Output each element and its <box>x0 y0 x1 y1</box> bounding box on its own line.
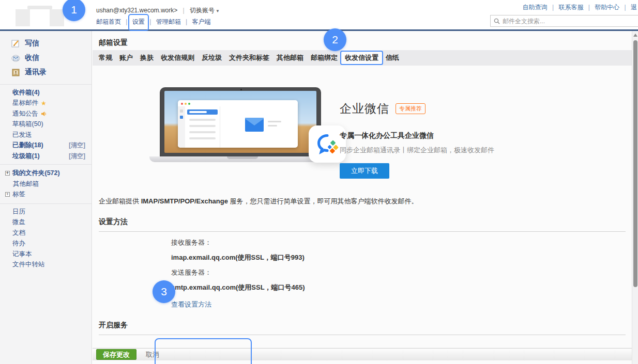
top-header: ushan@xty321.wecom.work> | 切换账号▼ 邮箱首页 | … <box>0 0 638 29</box>
promo-description: 同步企业邮箱通讯录丨绑定企业邮箱，极速收发邮件 <box>340 146 494 155</box>
tab-account[interactable]: 账户 <box>116 50 136 66</box>
receive-server-value: imap.exmail.qq.com(使用SSL，端口号993) <box>171 253 632 262</box>
nav-mail-home[interactable]: 邮箱首页 <box>96 18 121 25</box>
tab-folders-tags[interactable]: 文件夹和标签 <box>225 50 273 66</box>
mail-search-box[interactable] <box>490 15 638 27</box>
promo-headline: 专属一体化办公工具企业微信 <box>340 131 494 140</box>
server-settings: 接收服务器： imap.exmail.qq.com(使用SSL，端口号993) … <box>171 238 632 309</box>
sidebar-item-inbox[interactable]: 收件箱(4) <box>0 87 92 98</box>
vertical-scrollbar[interactable] <box>632 31 638 364</box>
contacts-icon <box>11 68 20 77</box>
speaker-icon <box>41 111 47 117</box>
expand-icon[interactable]: + <box>5 171 10 176</box>
scroll-up-arrow[interactable] <box>633 34 637 37</box>
service-intro: 企业邮箱提供 IMAP/SMTP/POP/Exchange 服务，您只需进行简单… <box>99 197 632 206</box>
star-icon: ★ <box>41 100 47 107</box>
sidebar-divider <box>0 84 92 85</box>
envelope-graphic <box>245 118 264 133</box>
account-line: ushan@xty321.wecom.work> | 切换账号▼ <box>96 6 220 15</box>
envelope-icon <box>11 54 20 62</box>
link-contact-support[interactable]: 联系客服 <box>558 4 583 11</box>
cancel-button[interactable]: 取消 <box>146 350 159 359</box>
logo-placeholder <box>16 9 30 26</box>
settings-tabbar: 常规 账户 换肤 收发信规则 反垃圾 文件夹和标签 其他邮箱 邮箱绑定 收发信设… <box>93 50 632 66</box>
sidebar-divider <box>0 203 92 204</box>
logo-placeholder <box>50 9 64 26</box>
section-setup-method: 设置方法 <box>99 217 626 232</box>
account-email: ushan@xty321.wecom.work> <box>96 7 177 14</box>
tab-other-mailboxes[interactable]: 其他邮箱 <box>273 50 307 66</box>
link-self-query[interactable]: 自助查询 <box>523 4 548 11</box>
recommend-badge: 专属推荐 <box>396 103 426 114</box>
header-nav: 邮箱首页 | 设置 | 管理邮箱 | 客户端 <box>96 18 210 26</box>
bottom-action-bar: 保存更改 取消 <box>93 348 632 360</box>
view-setup-link[interactable]: 查看设置方法 <box>171 300 211 309</box>
chevron-down-icon[interactable]: ▼ <box>216 9 220 13</box>
nav-client[interactable]: 客户端 <box>192 18 210 25</box>
scrollbar-thumb[interactable] <box>633 40 637 287</box>
sidebar-item-sent[interactable]: 已发送 <box>0 130 92 140</box>
tab-stationery[interactable]: 信纸 <box>382 50 403 66</box>
search-input[interactable] <box>503 18 621 25</box>
tab-skin[interactable]: 换肤 <box>136 50 157 66</box>
sidebar-item-deleted[interactable]: 已删除(18) [清空] <box>0 140 92 151</box>
section-enable-services: 开启服务 <box>99 321 626 335</box>
receive-mail-button[interactable]: 收信 <box>0 51 92 65</box>
sidebar-item-docs[interactable]: 文档 <box>0 228 92 239</box>
tab-send-receive-settings[interactable]: 收发信设置 <box>341 50 382 66</box>
sidebar-item-drive[interactable]: 微盘 <box>0 217 92 228</box>
send-server-label: 发送服务器： <box>171 268 632 277</box>
sidebar-divider <box>0 164 92 165</box>
tab-mail-rules[interactable]: 收发信规则 <box>157 50 198 66</box>
tab-general[interactable]: 常规 <box>95 50 116 66</box>
sidebar-item-file-transfer[interactable]: 文件中转站 <box>0 260 92 271</box>
annotation-step-2: 2 <box>324 28 346 51</box>
sidebar-item-drafts[interactable]: 草稿箱(50) <box>0 119 92 130</box>
compose-button[interactable]: 写信 <box>0 36 92 51</box>
sidebar-item-notes[interactable]: 记事本 <box>0 249 92 260</box>
empty-deleted-link[interactable]: [清空] <box>69 141 85 150</box>
save-button[interactable]: 保存更改 <box>96 349 136 360</box>
receive-server-label: 接收服务器： <box>171 238 632 247</box>
empty-spam-link[interactable]: [清空] <box>69 152 85 161</box>
nav-manage-mailbox[interactable]: 管理邮箱 <box>156 18 181 25</box>
switch-account-link[interactable]: 切换账号 <box>190 7 215 14</box>
tab-mailbox-binding[interactable]: 邮箱绑定 <box>307 50 341 66</box>
wecom-promo-banner: 企业微信 专属推荐 专属一体化办公工具企业微信 同步企业邮箱通讯录丨绑定企业邮箱… <box>93 86 632 175</box>
laptop-illustration <box>149 86 336 164</box>
compose-icon <box>11 39 20 48</box>
mail-app-illustration <box>178 100 298 148</box>
sidebar-item-announcements[interactable]: 通知公告 <box>0 108 92 119</box>
sidebar-item-my-folders[interactable]: + 我的文件夹(572) <box>0 168 92 179</box>
search-icon <box>494 18 500 24</box>
contacts-button[interactable]: 通讯录 <box>0 65 92 80</box>
sidebar-item-tags[interactable]: + 标签 <box>0 189 92 200</box>
download-button[interactable]: 立即下载 <box>340 163 389 179</box>
annotation-step-3: 3 <box>153 280 175 303</box>
top-right-links: 自助查询 | 联系客服 | 帮助中心 | 退 <box>523 3 637 12</box>
tab-antispam[interactable]: 反垃圾 <box>198 50 225 66</box>
sidebar-item-todo[interactable]: 待办 <box>0 239 92 249</box>
promo-title: 企业微信 <box>340 101 389 117</box>
expand-icon[interactable]: + <box>5 192 10 197</box>
nav-settings[interactable]: 设置 <box>132 18 145 25</box>
sidebar-item-other-mailboxes[interactable]: 其他邮箱 <box>0 179 92 189</box>
logo-text-placeholder <box>27 6 52 9</box>
sidebar-item-spam[interactable]: 垃圾箱(1) [清空] <box>0 151 92 162</box>
send-server-value: smtp.exmail.qq.com(使用SSL，端口号465) <box>171 283 632 292</box>
sidebar-item-calendar[interactable]: 日历 <box>0 207 92 217</box>
page-title: 邮箱设置 <box>93 31 632 50</box>
link-help-center[interactable]: 帮助中心 <box>595 4 619 11</box>
link-logout[interactable]: 退 <box>631 4 637 11</box>
sidebar: 写信 收信 通讯录 收件箱(4) 星标邮件 ★ 通知公告 <box>0 31 92 364</box>
sidebar-item-starred[interactable]: 星标邮件 ★ <box>0 98 92 109</box>
main-content: 邮箱设置 常规 账户 换肤 收发信规则 反垃圾 文件夹和标签 其他邮箱 邮箱绑定… <box>93 31 632 364</box>
